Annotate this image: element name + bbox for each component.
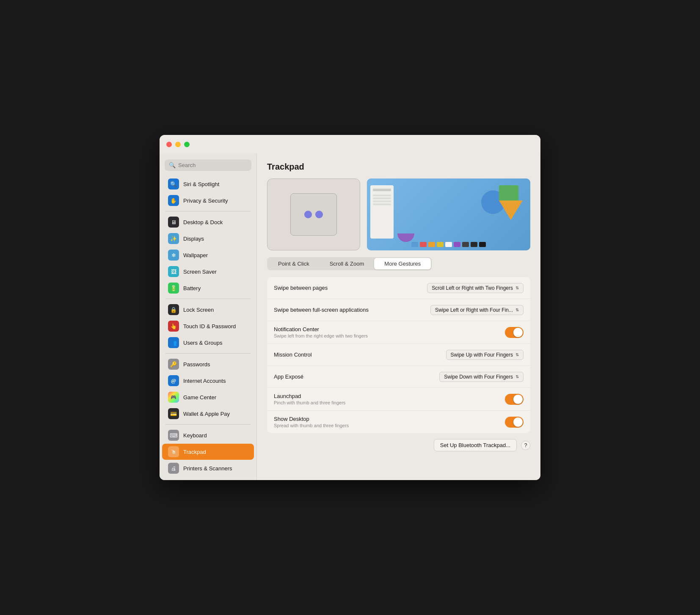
sidebar-item-lock-screen[interactable]: 🔒 Lock Screen [162,302,254,318]
trackpad-dot-2 [315,211,323,218]
color-swatch [454,242,460,247]
sidebar-item-label: Passwords [183,361,210,368]
sidebar-divider [165,424,251,425]
sidebar-item-keyboard[interactable]: ⌨ Keyboard [162,427,254,443]
sidebar-item-privacy-security[interactable]: ✋ Privacy & Security [162,192,254,209]
dropdown-value: Scroll Left or Right with Two Fingers [432,285,513,291]
settings-panel: Swipe between pages Scroll Left or Right… [267,277,530,433]
sidebar-item-label: Printers & Scanners [183,465,232,472]
tab-point-click[interactable]: Point & Click [268,258,320,269]
sidebar-item-label: Wallet & Apple Pay [183,411,230,417]
keyboard-icon: ⌨ [168,430,179,441]
help-button[interactable]: ? [521,441,530,450]
maximize-button[interactable] [184,142,190,147]
sidebar-item-label: Wallpaper [183,252,208,258]
setting-label: App Exposé [274,373,439,380]
sidebar-item-wallpaper[interactable]: ❄ Wallpaper [162,247,254,263]
search-box[interactable]: 🔍 [165,159,251,171]
sidebar-item-printers[interactable]: 🖨 Printers & Scanners [162,460,254,476]
launchpad-toggle[interactable] [505,394,524,405]
video-preview [367,178,530,250]
toggle-knob [513,395,523,404]
sidebar: 🔍 🔍 Siri & Spotlight ✋ Privacy & Securit… [160,154,257,480]
sidebar-item-trackpad[interactable]: 🖱 Trackpad [162,444,254,460]
mission-control-dropdown[interactable]: Swipe Up with Four Fingers ⇅ [446,350,524,360]
trackpad-preview [267,178,360,250]
sidebar-item-label: Privacy & Security [183,198,228,204]
main-panel: Trackpad [257,154,540,480]
tab-group: Point & Click Scroll & Zoom More Gesture… [267,257,432,270]
sidebar-item-label: Battery [183,285,201,291]
settings-window: 🔍 🔍 Siri & Spotlight ✋ Privacy & Securit… [160,135,540,480]
trackpad-inner [290,193,337,236]
setting-info: Notification Center Swipe left from the … [274,326,505,338]
video-color-swatches [367,242,530,247]
setting-label: Notification Center [274,326,505,332]
sidebar-item-label: Touch ID & Password [183,323,236,329]
bottom-bar: Set Up Bluetooth Trackpad... ? [267,433,530,453]
tab-scroll-zoom[interactable]: Scroll & Zoom [320,258,375,269]
wallpaper-icon: ❄ [168,250,179,261]
sidebar-item-screen-saver[interactable]: 🖼 Screen Saver [162,264,254,280]
sidebar-item-desktop-dock[interactable]: 🖥 Desktop & Dock [162,214,254,230]
color-swatch [420,242,427,247]
color-swatch [437,242,444,247]
battery-icon: 🔋 [168,283,179,294]
shape-triangle [499,200,523,220]
displays-icon: ✨ [168,233,179,244]
setting-info: Launchpad Pinch with thumb and three fin… [274,393,505,405]
internet-icon: @ [168,375,179,386]
setting-info: Mission Control [274,351,446,358]
color-swatch [462,242,469,247]
sidebar-item-users-groups[interactable]: 👥 Users & Groups [162,335,254,351]
swipe-pages-dropdown[interactable]: Scroll Left or Right with Two Fingers ⇅ [427,283,524,293]
setting-info: App Exposé [274,373,439,380]
touch-id-icon: 👆 [168,321,179,332]
sidebar-item-internet-accounts[interactable]: @ Internet Accounts [162,373,254,389]
sidebar-item-label: Trackpad [183,449,206,455]
sidebar-item-label: Users & Groups [183,340,222,346]
color-swatch [445,242,452,247]
swipe-apps-dropdown[interactable]: Swipe Left or Right with Four Fin... ⇅ [430,305,524,315]
sidebar-item-siri-spotlight[interactable]: 🔍 Siri & Spotlight [162,176,254,192]
sidebar-item-battery[interactable]: 🔋 Battery [162,280,254,296]
notification-center-toggle[interactable] [505,327,524,338]
sidebar-item-game-center[interactable]: 🎮 Game Center [162,389,254,405]
sidebar-divider [165,299,251,299]
content-area: 🔍 🔍 Siri & Spotlight ✋ Privacy & Securit… [160,154,540,480]
trackpad-icon: 🖱 [168,446,179,457]
video-shapes [367,178,530,250]
setting-row-notification-center: Notification Center Swipe left from the … [267,321,530,344]
search-input[interactable] [178,162,247,168]
close-button[interactable] [166,142,172,147]
setting-control: Swipe Up with Four Fingers ⇅ [446,350,524,360]
dropdown-value: Swipe Down with Four Fingers [444,374,513,380]
color-swatch [411,242,418,247]
setting-label: Mission Control [274,351,446,358]
setting-row-show-desktop: Show Desktop Spread with thumb and three… [267,411,530,433]
sidebar-item-label: Displays [183,236,204,242]
sidebar-item-displays[interactable]: ✨ Displays [162,231,254,247]
desktop-icon: 🖥 [168,217,179,228]
sidebar-item-touch-id[interactable]: 👆 Touch ID & Password [162,318,254,334]
sidebar-item-label: Siri & Spotlight [183,181,219,187]
sidebar-item-passwords[interactable]: 🔑 Passwords [162,356,254,372]
setting-info: Show Desktop Spread with thumb and three… [274,416,505,428]
minimize-button[interactable] [175,142,181,147]
chevron-up-down-icon: ⇅ [515,374,519,379]
sidebar-item-label: Desktop & Dock [183,219,223,225]
tab-more-gestures[interactable]: More Gestures [374,258,431,269]
video-sidebar [370,185,394,239]
app-expose-dropdown[interactable]: Swipe Down with Four Fingers ⇅ [439,372,524,382]
color-swatch [479,242,486,247]
show-desktop-toggle[interactable] [505,417,524,428]
setting-control: Swipe Down with Four Fingers ⇅ [439,372,524,382]
search-icon: 🔍 [169,162,176,168]
setup-bluetooth-button[interactable]: Set Up Bluetooth Trackpad... [434,439,517,451]
sidebar-item-label: Keyboard [183,432,207,439]
setting-row-swipe-apps: Swipe between full-screen applications S… [267,299,530,321]
setting-info: Swipe between full-screen applications [274,307,430,313]
sidebar-item-wallet[interactable]: 💳 Wallet & Apple Pay [162,406,254,422]
setting-control: Swipe Left or Right with Four Fin... ⇅ [430,305,524,315]
setting-label: Show Desktop [274,416,505,422]
